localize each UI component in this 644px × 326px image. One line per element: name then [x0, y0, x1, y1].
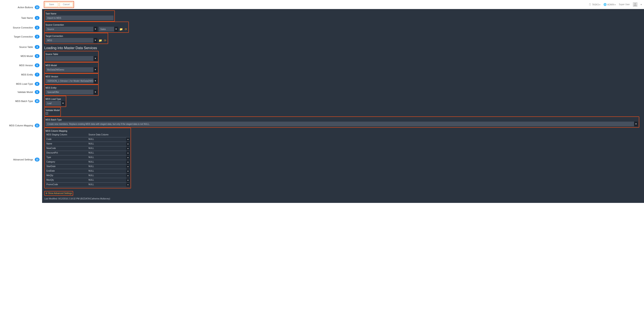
mds-model-select[interactable]: ▼	[46, 67, 97, 72]
target-connection-value[interactable]	[46, 38, 97, 43]
mds-column-mapping-label: MDS Column Mapping	[46, 130, 130, 132]
annotation-label: MDS Version	[19, 64, 33, 67]
mds-batch-type-label: MDS Batch Type	[46, 119, 638, 121]
source-connection-label: Source Connection	[46, 24, 128, 26]
mapping-source-value: NULL	[88, 146, 130, 151]
mapping-row: EndDateNULL▼	[46, 169, 130, 174]
mds-version-value[interactable]	[46, 78, 97, 83]
mds-load-type-value[interactable]	[46, 101, 65, 106]
target-connection-select[interactable]: ▼	[46, 38, 97, 43]
annotation-label: MDS Load Type	[16, 83, 33, 85]
chevron-down-icon: ▼	[126, 137, 130, 142]
mapping-staging-column: Type	[46, 155, 88, 160]
annotation-badge: 5	[35, 54, 40, 58]
annotation-label: MDS Model	[21, 55, 33, 57]
avatar[interactable]	[633, 2, 638, 7]
chevron-down-icon: ▼	[126, 155, 130, 160]
mapping-source-select[interactable]: NULL▼	[88, 160, 130, 164]
annotation-label: Task Name	[21, 16, 33, 19]
mapping-source-value: NULL	[88, 137, 130, 142]
chevron-down-icon: ▼	[126, 146, 130, 151]
annotation-item: Source Connection2	[0, 26, 42, 29]
mapping-staging-column: PromoCode	[46, 183, 88, 187]
validate-model-group: Validate Model	[44, 107, 61, 116]
source-database-value[interactable]	[99, 27, 118, 31]
annotation-badge: 8	[35, 82, 40, 86]
mapping-source-value: NULL	[88, 155, 130, 160]
mapping-source-select[interactable]: NULL▼	[88, 183, 130, 187]
mds-load-type-label: MDS Load Type	[46, 98, 65, 100]
user-menu-caret-icon[interactable]: ▾	[640, 3, 642, 6]
source-table-value[interactable]	[46, 56, 97, 61]
advanced-settings-link[interactable]: ⚙ Show Advanced Settings	[46, 192, 72, 195]
top-bar: Save Cancel 🗒 TASKS 🌐 ADMIN Super User ▾	[42, 0, 644, 9]
mapping-staging-column: StartDate	[46, 165, 88, 169]
gear-icon: ⚙	[46, 192, 48, 195]
validate-model-label: Validate Model	[46, 109, 60, 111]
source-table-select[interactable]: ▼	[46, 56, 97, 61]
mapping-source-select[interactable]: NULL▼	[88, 174, 130, 178]
mapping-source-select[interactable]: NULL▼	[88, 151, 130, 155]
mapping-staging-column: Category	[46, 160, 88, 164]
mapping-row: PromoCodeNULL▼	[46, 183, 130, 187]
source-connection-select[interactable]: ▼	[46, 27, 97, 31]
mapping-source-value: NULL	[88, 169, 130, 173]
mapping-header-staging: MDS Staging Column	[46, 133, 88, 137]
mapping-row: MinQtyNULL▼	[46, 174, 130, 178]
mds-load-type-select[interactable]: ▼	[46, 101, 65, 106]
validate-model-checkbox[interactable]	[46, 112, 48, 115]
mapping-row: TypeNULL▼	[46, 155, 130, 160]
user-label: Super User	[619, 3, 630, 5]
mds-batch-type-value[interactable]	[46, 122, 638, 126]
annotation-badge: 4	[35, 45, 40, 49]
refresh-icon[interactable]: ⟳	[104, 39, 107, 42]
chevron-down-icon: ▼	[126, 160, 130, 164]
mapping-source-value: NULL	[88, 160, 130, 164]
annotation-badge: 3	[35, 35, 40, 38]
mds-batch-type-select[interactable]: ▼	[46, 122, 638, 126]
annotation-badge: 2	[35, 26, 40, 29]
chevron-down-icon: ▼	[126, 178, 130, 182]
annotation-badge: 1	[35, 16, 40, 20]
mapping-header-source: Source Data Column	[88, 133, 130, 137]
mapping-source-select[interactable]: NULL▼	[88, 165, 130, 169]
advanced-settings-group: ⚙ Show Advanced Settings	[44, 191, 73, 196]
save-button[interactable]: Save	[45, 2, 58, 7]
mapping-source-value: NULL	[88, 174, 130, 178]
annotation-label: MDS Batch Type	[15, 100, 33, 102]
folder-icon[interactable]: 📁	[99, 39, 102, 42]
cancel-button[interactable]: Cancel	[60, 2, 73, 7]
mapping-row: StartDateNULL▼	[46, 165, 130, 169]
mds-entity-select[interactable]: ▼	[46, 90, 97, 94]
mds-batch-type-group: MDS Batch Type ▼	[44, 116, 639, 128]
mds-entity-value[interactable]	[46, 90, 97, 94]
source-database-select[interactable]: ▼	[99, 27, 118, 31]
refresh-icon[interactable]: ⟳	[124, 27, 128, 31]
mapping-row: CategoryNULL▼	[46, 160, 130, 165]
mapping-source-select[interactable]: NULL▼	[88, 146, 130, 151]
section-heading: Loading into Master Data Services	[44, 46, 642, 50]
mds-version-group: MDS Version ▼	[44, 73, 99, 84]
mapping-source-select[interactable]: NULL▼	[88, 142, 130, 146]
mapping-row: NewCodeNULL▼	[46, 146, 130, 151]
mapping-source-value: NULL	[88, 151, 130, 155]
tasks-menu[interactable]: 🗒 TASKS	[589, 3, 600, 6]
annotation-item: MDS Load Type8	[0, 82, 42, 86]
chevron-down-icon: ▼	[126, 169, 130, 173]
task-name-input[interactable]	[46, 15, 114, 20]
mapping-source-select[interactable]: NULL▼	[88, 169, 130, 173]
mapping-source-select[interactable]: NULL▼	[88, 178, 130, 182]
source-connection-value[interactable]	[46, 27, 97, 31]
mds-version-select[interactable]: ▼	[46, 78, 97, 83]
annotation-badge: 10	[35, 99, 40, 103]
annotation-item: Validate Model9	[0, 90, 42, 94]
admin-menu[interactable]: 🌐 ADMIN	[604, 3, 616, 6]
mapping-source-select[interactable]: NULL▼	[88, 137, 130, 142]
app: Save Cancel 🗒 TASKS 🌐 ADMIN Super User ▾…	[42, 0, 644, 203]
annotation-label: Source Connection	[13, 26, 33, 29]
target-connection-group: Target Connection ▼ 📁 ⟳	[44, 33, 108, 44]
mds-entity-label: MDS Entity:	[46, 87, 97, 89]
mapping-source-select[interactable]: NULL▼	[88, 155, 130, 160]
folder-icon[interactable]: 📁	[119, 27, 123, 31]
mds-model-value[interactable]	[46, 67, 97, 72]
